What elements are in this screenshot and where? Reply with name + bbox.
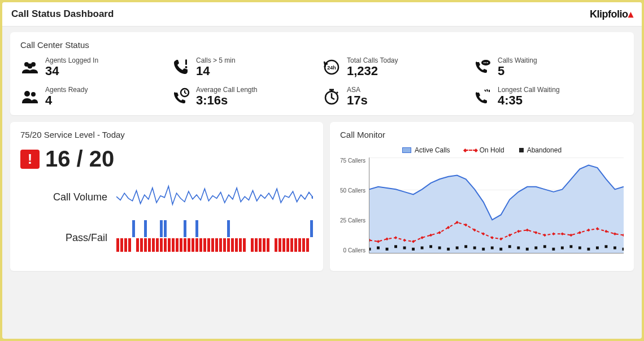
svg-rect-71 [587,248,590,251]
svg-rect-52 [421,247,424,250]
svg-rect-75 [623,248,624,251]
svg-point-4 [185,66,188,68]
pass-fail-label: Pass/Fail [20,232,111,244]
svg-point-9 [485,62,486,63]
people-icon [20,58,40,77]
svg-rect-46 [369,248,371,251]
svg-point-12 [31,92,36,97]
card-title: 75/20 Service Level - Today [20,130,313,139]
svg-rect-51 [412,248,415,251]
phone-chat-icon [473,58,492,77]
stat-calls-over-5min: Calls > 5 min 14 [171,56,322,78]
stat-label: Calls Waiting [498,56,537,64]
legend-active: Active Calls [402,146,450,154]
stat-label: Longest Call Waiting [498,86,560,94]
svg-rect-58 [473,247,476,250]
stat-value: 34 [45,64,98,78]
stat-agents-ready: Agents Ready 4 [20,86,171,107]
card-title: Call Monitor [340,130,624,139]
stat-value: 14 [196,64,236,78]
call-volume-label: Call Volume [20,191,111,203]
svg-rect-3 [185,59,187,65]
svg-point-11 [24,91,30,97]
svg-rect-59 [482,248,485,251]
svg-rect-57 [464,246,467,248]
legend-hold: On Hold [465,146,504,154]
call-monitor-chart [369,158,624,253]
y-axis: 75 Callers 50 Callers 25 Callers 0 Calle… [340,158,369,253]
service-level-value: 16 / 20 [45,146,114,172]
svg-rect-49 [394,246,397,248]
stat-value: 1,232 [347,64,398,78]
top-bar: Call Status Dashboard Klipfolio▴ [2,2,642,27]
alert-icon: ! [20,150,40,169]
stat-value: 5 [498,64,537,78]
svg-point-8 [484,62,485,63]
phone-clock-icon [171,87,190,106]
stat-value: 17s [347,94,368,107]
stat-total-calls-today: 24h Total Calls Today 1,232 [322,56,473,78]
stat-agents-logged-in: Agents Logged In 34 [20,56,171,78]
stat-label: ASA [347,86,368,94]
svg-rect-63 [517,247,520,250]
stat-value: 3:16s [196,94,258,107]
brand-logo: Klipfolio▴ [590,8,633,20]
stat-label: Agents Logged In [45,56,98,64]
stat-label: Total Calls Today [347,56,398,64]
call-monitor-card: Call Monitor Active Calls On Hold Abando… [330,122,634,271]
stopwatch-icon [322,87,341,106]
svg-rect-64 [526,248,529,251]
svg-rect-66 [543,246,546,248]
stat-calls-waiting: Calls Waiting 5 [473,56,624,78]
stat-avg-call-length: Average Call Length 3:16s [171,86,322,107]
svg-rect-67 [552,248,555,251]
svg-rect-73 [605,246,608,248]
page-title: Call Status Dashboard [11,8,114,20]
stat-label: Agents Ready [45,86,88,94]
svg-text:24h: 24h [327,65,336,71]
phone-wait-icon [473,87,492,106]
svg-rect-53 [429,246,432,248]
svg-rect-56 [456,247,459,250]
clock-24h-icon: 24h [322,58,341,77]
svg-point-2 [28,64,33,69]
phone-alert-icon [171,58,190,77]
svg-rect-60 [491,247,494,250]
svg-rect-50 [403,247,406,250]
card-title: Call Center Status [20,40,624,50]
call-center-status-card: Call Center Status Agents Logged In 34 [10,32,634,115]
service-level-card: 75/20 Service Level - Today ! 16 / 20 Ca… [10,122,323,271]
stat-longest-wait: Longest Call Waiting 4:35 [473,86,624,107]
legend-abandoned: Abandoned [519,146,562,154]
svg-rect-65 [534,247,537,250]
svg-rect-55 [447,248,450,251]
svg-point-10 [487,62,488,63]
svg-rect-48 [386,248,389,251]
svg-rect-54 [438,247,441,250]
stat-label: Average Call Length [196,86,258,94]
pass-fail-sparkline [116,218,313,257]
svg-rect-74 [613,247,616,250]
call-volume-sparkline [116,182,313,212]
chart-legend: Active Calls On Hold Abandoned [340,146,624,154]
svg-rect-68 [561,247,564,250]
svg-rect-72 [596,247,599,250]
svg-rect-47 [377,247,380,250]
svg-rect-62 [508,246,511,248]
svg-rect-61 [499,248,502,251]
stat-label: Calls > 5 min [196,56,236,64]
stat-value: 4:35 [498,94,560,107]
stat-asa: ASA 17s [322,86,473,107]
svg-rect-70 [578,247,581,250]
svg-rect-69 [569,246,572,248]
stat-value: 4 [45,94,88,107]
people-small-icon [20,87,40,106]
